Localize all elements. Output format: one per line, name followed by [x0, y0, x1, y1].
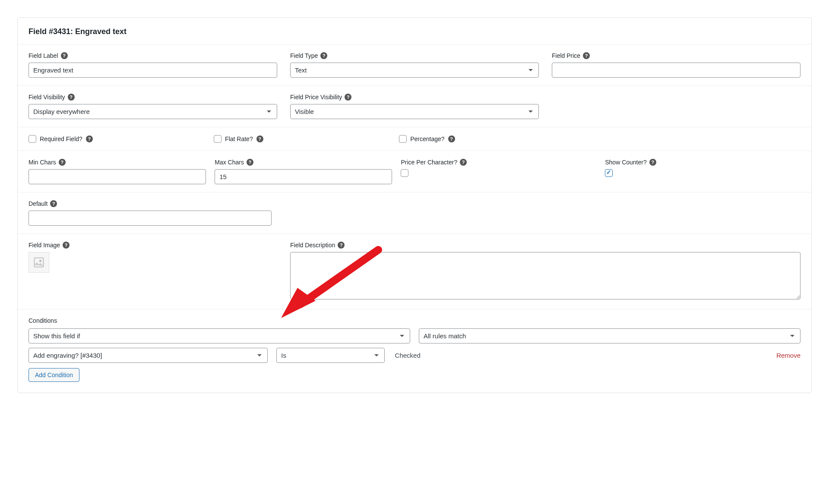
price-visibility-select[interactable]: Visible	[290, 104, 539, 119]
help-icon[interactable]: ?	[59, 159, 66, 166]
help-icon[interactable]: ?	[68, 94, 75, 101]
section-flags: Required Field? ? Flat Rate? ? Percentag…	[18, 127, 811, 151]
help-icon[interactable]: ?	[86, 135, 93, 142]
help-icon[interactable]: ?	[63, 242, 70, 249]
section-conditions: Conditions Show this field if All rules …	[18, 309, 811, 393]
help-icon[interactable]: ?	[320, 52, 327, 59]
flat-rate-checkbox[interactable]	[214, 135, 221, 143]
help-icon[interactable]: ?	[61, 52, 68, 59]
add-condition-button[interactable]: Add Condition	[28, 368, 79, 382]
label-price-visibility: Field Price Visibility	[290, 94, 342, 101]
required-checkbox[interactable]	[28, 135, 36, 143]
default-input[interactable]	[28, 211, 272, 226]
remove-rule-link[interactable]: Remove	[776, 352, 801, 359]
image-placeholder-icon[interactable]	[28, 252, 49, 273]
svg-point-1	[40, 260, 41, 262]
label-conditions: Conditions	[28, 317, 801, 324]
section-chars: Min Chars ? Max Chars ? Price Per Charac…	[18, 151, 811, 192]
label-default: Default	[28, 200, 47, 207]
help-icon[interactable]: ?	[460, 159, 467, 166]
show-counter-checkbox[interactable]	[605, 169, 613, 177]
help-icon[interactable]: ?	[338, 242, 345, 249]
field-type-select[interactable]: Text	[290, 63, 539, 78]
label-percentage: Percentage?	[410, 135, 444, 142]
help-icon[interactable]: ?	[256, 135, 263, 142]
field-price-input[interactable]	[552, 63, 801, 78]
label-show-counter: Show Counter?	[605, 159, 647, 166]
panel-header: Field #3431: Engraved text	[18, 18, 811, 44]
condition-action-select[interactable]: Show this field if	[28, 328, 410, 343]
help-icon[interactable]: ?	[649, 159, 656, 166]
label-min-chars: Min Chars	[28, 159, 56, 166]
label-field-visibility: Field Visibility	[28, 94, 65, 101]
section-default: Default ?	[18, 192, 811, 234]
label-max-chars: Max Chars	[215, 159, 244, 166]
min-chars-input[interactable]	[28, 169, 206, 184]
label-field-image: Field Image	[28, 242, 60, 249]
field-panel: Field #3431: Engraved text Field Label ?…	[17, 17, 812, 393]
rule-field-select[interactable]: Add engraving? [#3430]	[28, 348, 268, 363]
label-field-description: Field Description	[290, 242, 335, 249]
section-visibility: Field Visibility ? Display everywhere Fi…	[18, 86, 811, 127]
percentage-checkbox[interactable]	[399, 135, 407, 143]
help-icon[interactable]: ?	[247, 159, 253, 166]
label-field-label: Field Label	[28, 52, 58, 59]
label-field-type: Field Type	[290, 52, 318, 59]
section-basic: Field Label ? Field Type ? Text Field Pr…	[18, 44, 811, 86]
label-flat-rate: Flat Rate?	[225, 135, 253, 142]
label-required: Required Field?	[40, 135, 82, 142]
field-description-textarea[interactable]	[290, 252, 801, 299]
label-field-price: Field Price	[552, 52, 580, 59]
help-icon[interactable]: ?	[448, 135, 455, 142]
help-icon[interactable]: ?	[345, 94, 351, 101]
max-chars-input[interactable]	[215, 169, 392, 184]
field-visibility-select[interactable]: Display everywhere	[28, 104, 277, 119]
rule-operator-select[interactable]: Is	[276, 348, 384, 363]
section-image-desc: Field Image ? Field Description ?	[18, 234, 811, 309]
condition-match-select[interactable]: All rules match	[419, 328, 801, 343]
panel-title: Field #3431: Engraved text	[28, 27, 801, 36]
help-icon[interactable]: ?	[50, 200, 57, 207]
ppc-checkbox[interactable]	[401, 169, 408, 177]
rule-value-text: Checked	[393, 352, 768, 359]
label-ppc: Price Per Character?	[401, 159, 457, 166]
field-label-input[interactable]	[28, 63, 277, 78]
help-icon[interactable]: ?	[583, 52, 590, 59]
